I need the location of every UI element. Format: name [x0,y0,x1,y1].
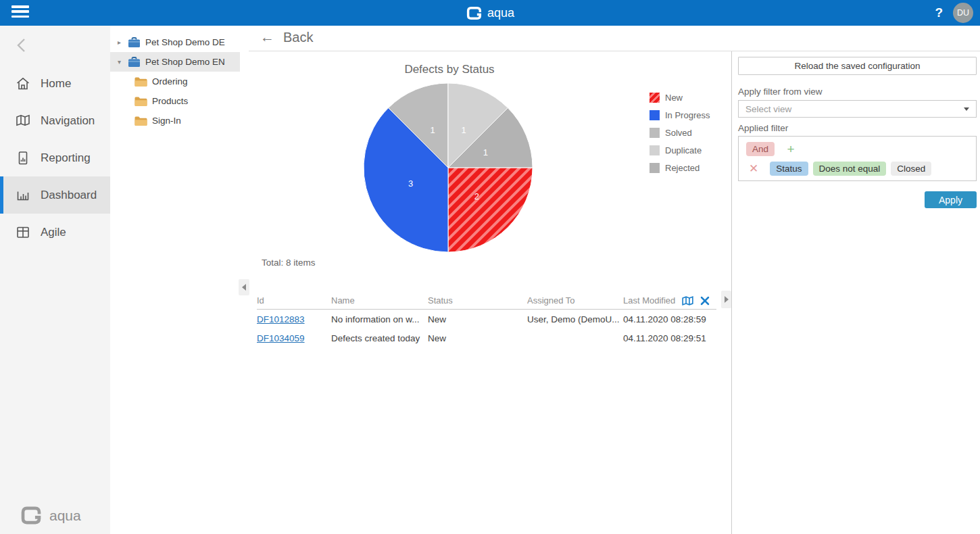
back-arrow-icon: ← [260,29,274,45]
folder-icon [134,76,148,87]
filter-field-chip[interactable]: Status [770,162,808,176]
aqua-logo-icon [19,505,43,526]
brand-name: aqua [487,6,514,20]
column-header-assigned-to[interactable]: Assigned To [527,295,623,306]
sidebar-item-reporting[interactable]: Reporting [0,139,110,176]
apply-filter-from-view-label: Apply filter from view [738,87,823,97]
app-logo: aqua [466,0,514,26]
chevron-down-icon [964,107,969,111]
legend-swatch [650,163,660,173]
tree-item-pet-shop-demo-en[interactable]: ▾ Pet Shop Demo EN [110,52,240,72]
legend-item-rejected[interactable]: Rejected [650,163,710,173]
pie-slice-value: 1 [461,125,466,135]
home-icon [15,76,31,92]
sidebar-item-label: Agile [41,226,66,239]
table-row[interactable]: DF1012883 No information on w... New Use… [257,310,716,329]
legend-swatch [650,93,660,103]
legend-swatch [650,110,660,120]
sidebar-item-dashboard[interactable]: Dashboard [0,176,110,214]
applied-filter-box: And + ✕ Status Does not equal Closed [738,136,977,181]
pie-slice-value: 2 [474,191,479,201]
tree-item-ordering[interactable]: Ordering [110,72,240,91]
defect-status: New [428,333,527,343]
defect-id-link[interactable]: DF1034059 [257,333,305,343]
remove-condition-icon[interactable]: ✕ [749,162,758,176]
select-view-dropdown[interactable]: Select view [738,100,977,118]
help-button[interactable]: ? [935,5,943,20]
applied-filter-label: Applied filter [738,123,788,133]
pie-slice-new[interactable] [448,168,533,252]
filter-group-operator-chip[interactable]: And [746,142,775,156]
defect-name: Defects created today [331,333,428,343]
briefcase-icon [127,56,141,68]
defect-last-modified: 04.11.2020 08:28:59 [623,314,716,324]
caret-expanded-icon[interactable]: ▾ [116,58,123,66]
table-row[interactable]: DF1034059 Defects created today New 04.1… [257,329,716,347]
tree-item-products[interactable]: Products [110,91,240,111]
chart-legend: New In Progress Solved Duplicate Rejecte… [650,93,710,180]
sidebar-item-label: Reporting [41,151,91,165]
pie-slice-value: 1 [430,125,435,135]
filter-operator-chip[interactable]: Does not equal [813,162,887,176]
avatar[interactable]: DU [953,3,973,23]
caret-collapsed-icon[interactable]: ▸ [116,39,123,46]
add-condition-icon[interactable]: + [787,142,794,156]
legend-label: Rejected [665,163,700,173]
sidebar-item-agile[interactable]: Agile [0,214,110,251]
legend-item-in-progress[interactable]: In Progress [650,110,710,120]
aqua-logo-icon [466,5,483,21]
sidebar-item-label: Navigation [41,114,95,128]
reload-configuration-button[interactable]: Reload the saved configuration [738,57,977,75]
total-items-label: Total: 8 items [262,258,316,268]
defect-status: New [428,314,527,324]
sidebar: Home Navigation Reporting [0,26,110,534]
tree-item-pet-shop-demo-de[interactable]: ▸ Pet Shop Demo DE [110,32,240,52]
folder-icon [134,116,148,126]
footer-brand-name: aqua [49,508,81,524]
legend-label: Solved [665,128,692,138]
tree-item-label: Ordering [152,76,188,87]
sidebar-item-navigation[interactable]: Navigation [0,102,110,139]
column-header-last-modified[interactable]: Last Modified [623,295,716,307]
open-in-navigation-icon[interactable] [681,295,695,307]
folder-icon [134,96,148,107]
report-icon [15,150,31,166]
column-header-id[interactable]: Id [257,295,331,306]
pie-slice-value: 3 [408,178,413,189]
legend-item-solved[interactable]: Solved [650,128,710,138]
menu-icon[interactable] [11,5,30,20]
pie-slice-value: 1 [483,147,488,157]
defects-pie-chart: 23111 [353,73,543,262]
arrow-right-icon [725,296,729,303]
sidebar-item-home[interactable]: Home [0,65,110,102]
column-header-status[interactable]: Status [428,295,527,306]
defect-id-link[interactable]: DF1012883 [257,314,305,324]
scroll-left-button[interactable] [239,279,249,295]
scroll-right-button[interactable] [721,291,731,308]
legend-label: Duplicate [665,145,702,155]
apply-filter-button[interactable]: Apply [925,191,977,208]
legend-label: New [665,93,683,103]
tree-item-label: Products [152,96,188,106]
back-button[interactable]: ← Back [260,29,313,45]
select-view-placeholder: Select view [745,104,791,114]
collapse-sidebar-button[interactable] [15,37,31,54]
project-tree: ▸ Pet Shop Demo DE ▾ Pet Shop Demo EN [110,26,250,534]
column-header-label: Last Modified [623,295,675,306]
briefcase-icon [127,37,141,49]
tree-item-label: Pet Shop Demo DE [145,37,225,47]
filter-value-chip[interactable]: Closed [891,162,931,176]
map-icon [15,113,31,129]
tree-item-label: Sign-In [152,116,181,126]
back-label: Back [283,30,313,45]
tree-item-sign-in[interactable]: Sign-In [110,111,240,130]
close-icon[interactable] [700,296,710,306]
legend-label: In Progress [665,110,710,120]
legend-swatch [650,145,660,155]
legend-item-new[interactable]: New [650,93,710,103]
filter-panel: Reload the saved configuration Apply fil… [732,51,980,534]
bar-chart-icon [15,187,31,203]
column-header-name[interactable]: Name [331,295,428,306]
legend-item-duplicate[interactable]: Duplicate [650,145,710,155]
footer-logo: aqua [19,505,81,526]
